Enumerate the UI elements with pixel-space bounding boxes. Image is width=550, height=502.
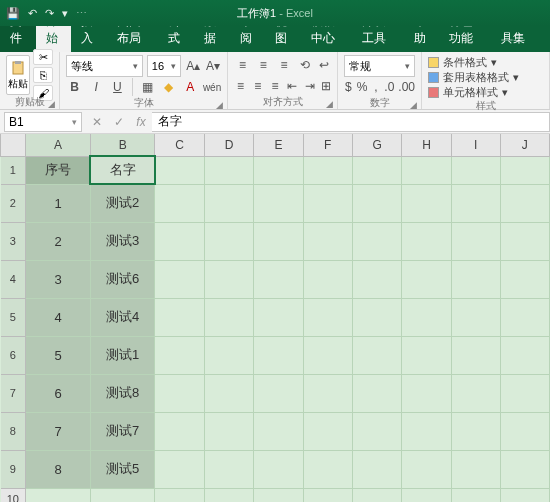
cell[interactable] <box>254 260 303 298</box>
cell[interactable] <box>402 412 451 450</box>
cell[interactable] <box>303 298 352 336</box>
cell[interactable] <box>352 412 401 450</box>
cell[interactable]: 7 <box>26 412 91 450</box>
save-icon[interactable]: 💾 <box>6 7 20 20</box>
cell[interactable] <box>451 298 500 336</box>
qat-more-icon[interactable]: ⋯ <box>76 7 87 20</box>
row-header[interactable]: 4 <box>1 260 26 298</box>
cell[interactable] <box>155 260 204 298</box>
cell[interactable]: 4 <box>26 298 91 336</box>
cell[interactable] <box>303 336 352 374</box>
currency-icon[interactable]: $ <box>344 77 353 97</box>
cell[interactable] <box>254 450 303 488</box>
cell[interactable] <box>402 184 451 222</box>
cell[interactable]: 测试4 <box>90 298 155 336</box>
cell[interactable]: 6 <box>26 374 91 412</box>
cell[interactable] <box>500 450 549 488</box>
cell-styles-button[interactable]: 单元格样式 ▾ <box>428 85 543 100</box>
cell[interactable] <box>303 412 352 450</box>
spreadsheet-grid[interactable]: A B C D E F G H I J 1 序号 名字 21测试232测试343… <box>0 134 550 502</box>
cell[interactable] <box>303 374 352 412</box>
col-header-J[interactable]: J <box>500 134 549 156</box>
cell[interactable]: 1 <box>26 184 91 222</box>
cell[interactable] <box>204 260 253 298</box>
cell[interactable] <box>352 450 401 488</box>
cell[interactable] <box>402 298 451 336</box>
comma-icon[interactable]: , <box>371 77 380 97</box>
underline-button[interactable]: U <box>109 77 126 97</box>
decrease-font-icon[interactable]: A▾ <box>205 56 221 76</box>
cell[interactable]: 测试1 <box>90 336 155 374</box>
cell[interactable] <box>155 298 204 336</box>
cell[interactable] <box>204 412 253 450</box>
cell[interactable] <box>402 156 451 184</box>
cut-button[interactable]: ✂ <box>33 49 53 65</box>
row-header[interactable]: 10 <box>1 488 26 502</box>
cell[interactable] <box>90 488 155 502</box>
name-box[interactable]: B1▾ <box>4 112 82 132</box>
cell[interactable] <box>254 298 303 336</box>
cell[interactable]: 序号 <box>26 156 91 184</box>
cell[interactable] <box>402 222 451 260</box>
cell[interactable] <box>500 260 549 298</box>
increase-font-icon[interactable]: A▴ <box>185 56 201 76</box>
row-header[interactable]: 7 <box>1 374 26 412</box>
cell[interactable] <box>204 222 253 260</box>
cell[interactable]: 3 <box>26 260 91 298</box>
cell[interactable] <box>254 184 303 222</box>
merge-cells-icon[interactable]: ⊞ <box>320 76 331 96</box>
cell[interactable] <box>303 260 352 298</box>
conditional-formatting-button[interactable]: 条件格式 ▾ <box>428 55 543 70</box>
bold-button[interactable]: B <box>66 77 83 97</box>
cell[interactable] <box>500 336 549 374</box>
cell[interactable] <box>402 260 451 298</box>
align-right-icon[interactable]: ≡ <box>268 76 281 96</box>
col-header-D[interactable]: D <box>204 134 253 156</box>
col-header-B[interactable]: B <box>90 134 155 156</box>
percent-icon[interactable]: % <box>357 77 368 97</box>
cell[interactable] <box>500 156 549 184</box>
cell[interactable] <box>155 374 204 412</box>
cancel-icon[interactable]: ✕ <box>86 115 108 129</box>
orientation-icon[interactable]: ⟲ <box>296 55 313 75</box>
cell[interactable] <box>204 336 253 374</box>
row-header[interactable]: 3 <box>1 222 26 260</box>
col-header-C[interactable]: C <box>155 134 204 156</box>
cell[interactable] <box>500 374 549 412</box>
cell[interactable] <box>155 450 204 488</box>
cell[interactable] <box>402 374 451 412</box>
format-as-table-button[interactable]: 套用表格格式 ▾ <box>428 70 543 85</box>
indent-inc-icon[interactable]: ⇥ <box>303 76 316 96</box>
cell[interactable] <box>500 488 549 502</box>
cell[interactable] <box>155 488 204 502</box>
cell[interactable] <box>451 156 500 184</box>
cell[interactable]: 测试3 <box>90 222 155 260</box>
cell[interactable] <box>204 450 253 488</box>
align-top-icon[interactable]: ≡ <box>234 55 251 75</box>
col-header-G[interactable]: G <box>352 134 401 156</box>
cell[interactable] <box>402 336 451 374</box>
cell[interactable] <box>352 222 401 260</box>
cell[interactable] <box>352 156 401 184</box>
cell[interactable] <box>254 336 303 374</box>
formula-input[interactable]: 名字 <box>152 112 550 132</box>
select-all-corner[interactable] <box>1 134 26 156</box>
dialog-launcher-icon[interactable]: ◢ <box>326 99 333 109</box>
font-size-select[interactable]: 16▾ <box>147 55 182 77</box>
row-header[interactable]: 5 <box>1 298 26 336</box>
fx-icon[interactable]: fx <box>130 115 152 129</box>
cell[interactable] <box>204 374 253 412</box>
cell[interactable]: 测试6 <box>90 260 155 298</box>
cell[interactable] <box>451 412 500 450</box>
qat-customize-icon[interactable]: ▾ <box>62 7 68 20</box>
cell[interactable] <box>451 222 500 260</box>
col-header-I[interactable]: I <box>451 134 500 156</box>
enter-icon[interactable]: ✓ <box>108 115 130 129</box>
cell[interactable] <box>26 488 91 502</box>
cell[interactable] <box>204 298 253 336</box>
increase-decimal-icon[interactable]: .0 <box>384 77 394 97</box>
cell[interactable]: 2 <box>26 222 91 260</box>
row-header[interactable]: 9 <box>1 450 26 488</box>
col-header-A[interactable]: A <box>26 134 91 156</box>
cell[interactable] <box>303 156 352 184</box>
